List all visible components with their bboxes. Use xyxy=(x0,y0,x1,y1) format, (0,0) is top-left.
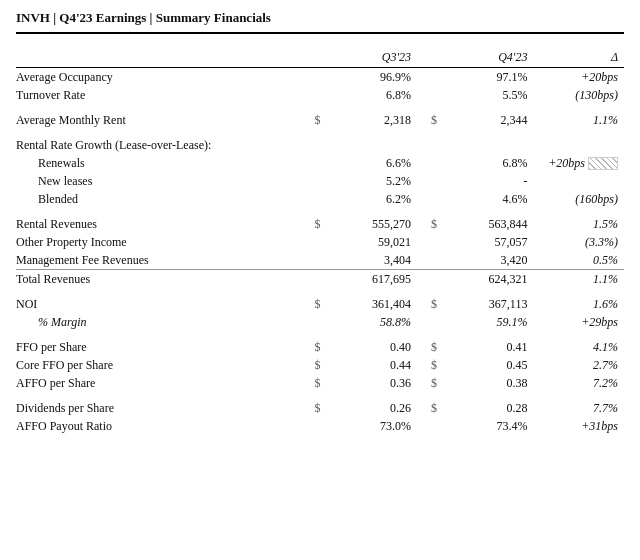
delta-other-property-income: (3.3%) xyxy=(533,233,624,251)
q4-mgmt-fee: 3,420 xyxy=(443,251,534,270)
label-total-revenues: Total Revenues xyxy=(16,270,288,289)
table-row-rental-revenues: Rental Revenues $ 555,270 $ 563,844 1.5% xyxy=(16,215,624,233)
label-dividends-per-share: Dividends per Share xyxy=(16,399,288,417)
page-title: INVH | Q4'23 Earnings | Summary Financia… xyxy=(16,10,271,25)
q3-affo-per-share: 0.36 xyxy=(326,374,417,392)
q4-turnover-rate: 5.5% xyxy=(443,86,534,104)
table-row-core-ffo-per-share: Core FFO per Share $ 0.44 $ 0.45 2.7% xyxy=(16,356,624,374)
q4-dividends-per-share: 0.28 xyxy=(443,399,534,417)
table-row-noi: NOI $ 361,404 $ 367,113 1.6% xyxy=(16,295,624,313)
table-row-noi-margin: % Margin 58.8% 59.1% +29bps xyxy=(16,313,624,331)
q3-other-property-income: 59,021 xyxy=(326,233,417,251)
label-turnover-rate: Turnover Rate xyxy=(16,86,288,104)
dollar-q4-noi-margin xyxy=(417,313,443,331)
q4-core-ffo-per-share: 0.45 xyxy=(443,356,534,374)
delta-rental-rate-growth xyxy=(533,136,624,154)
q4-rental-rate-growth xyxy=(443,136,534,154)
table-row-gap2 xyxy=(16,129,624,136)
delta-noi-margin: +29bps xyxy=(533,313,624,331)
table-row-avg-occupancy: Average Occupancy 96.9% 97.1% +20bps xyxy=(16,68,624,87)
q3-core-ffo-per-share: 0.44 xyxy=(326,356,417,374)
delta-dividends-per-share: 7.7% xyxy=(533,399,624,417)
q4-affo-per-share: 0.38 xyxy=(443,374,534,392)
dollar-q4-turnover-rate xyxy=(417,86,443,104)
table-row-gap1 xyxy=(16,104,624,111)
q4-avg-occupancy: 97.1% xyxy=(443,68,534,87)
q3-rental-rate-growth xyxy=(326,136,417,154)
dollar-q3-new-leases xyxy=(288,172,327,190)
delta-affo-per-share: 7.2% xyxy=(533,374,624,392)
dollar-q3-noi-margin xyxy=(288,313,327,331)
dollar-q3-ffo-per-share: $ xyxy=(288,338,327,356)
label-other-property-income: Other Property Income xyxy=(16,233,288,251)
q3-dividends-per-share: 0.26 xyxy=(326,399,417,417)
dollar-q3-turnover-rate xyxy=(288,86,327,104)
delta-noi: 1.6% xyxy=(533,295,624,313)
dollar-q3-rental-rate-growth xyxy=(288,136,327,154)
label-noi: NOI xyxy=(16,295,288,313)
q3-total-revenues: 617,695 xyxy=(326,270,417,289)
dollar-q3-rental-revenues: $ xyxy=(288,215,327,233)
table-row-new-leases: New leases 5.2% - xyxy=(16,172,624,190)
dollar-q3-affo-payout-ratio xyxy=(288,417,327,435)
q3-mgmt-fee: 3,404 xyxy=(326,251,417,270)
table-row-ffo-per-share: FFO per Share $ 0.40 $ 0.41 4.1% xyxy=(16,338,624,356)
delta-blended: (160bps) xyxy=(533,190,624,208)
dollar-q4-dividends-per-share: $ xyxy=(417,399,443,417)
label-avg-occupancy: Average Occupancy xyxy=(16,68,288,87)
dollar-q4-noi: $ xyxy=(417,295,443,313)
q3-rental-revenues: 555,270 xyxy=(326,215,417,233)
table-row-turnover-rate: Turnover Rate 6.8% 5.5% (130bps) xyxy=(16,86,624,104)
q3-noi: 361,404 xyxy=(326,295,417,313)
dollar-q4-rental-revenues: $ xyxy=(417,215,443,233)
table-row-gap3 xyxy=(16,208,624,215)
q4-noi-margin: 59.1% xyxy=(443,313,534,331)
q3-noi-margin: 58.8% xyxy=(326,313,417,331)
col-header-dollar-q3 xyxy=(288,48,327,68)
delta-affo-payout-ratio: +31bps xyxy=(533,417,624,435)
q4-affo-payout-ratio: 73.4% xyxy=(443,417,534,435)
dollar-q3-dividends-per-share: $ xyxy=(288,399,327,417)
label-renewals: Renewals xyxy=(16,154,288,172)
dollar-q4-new-leases xyxy=(417,172,443,190)
q3-affo-payout-ratio: 73.0% xyxy=(326,417,417,435)
dollar-q4-rental-rate-growth xyxy=(417,136,443,154)
dollar-q3-avg-occupancy xyxy=(288,68,327,87)
delta-mgmt-fee: 0.5% xyxy=(533,251,624,270)
dollar-q3-affo-per-share: $ xyxy=(288,374,327,392)
table-row-blended: Blended 6.2% 4.6% (160bps) xyxy=(16,190,624,208)
label-avg-monthly-rent: Average Monthly Rent xyxy=(16,111,288,129)
col-header-q4: Q4'23 xyxy=(443,48,534,68)
table-row-avg-monthly-rent: Average Monthly Rent $ 2,318 $ 2,344 1.1… xyxy=(16,111,624,129)
table-row-dividends-per-share: Dividends per Share $ 0.26 $ 0.28 7.7% xyxy=(16,399,624,417)
label-noi-margin: % Margin xyxy=(16,313,288,331)
dollar-q4-blended xyxy=(417,190,443,208)
delta-new-leases xyxy=(533,172,624,190)
table-row-affo-payout-ratio: AFFO Payout Ratio 73.0% 73.4% +31bps xyxy=(16,417,624,435)
table-row-gap5 xyxy=(16,331,624,338)
table-row-other-property-income: Other Property Income 59,021 57,057 (3.3… xyxy=(16,233,624,251)
dollar-q3-noi: $ xyxy=(288,295,327,313)
q3-ffo-per-share: 0.40 xyxy=(326,338,417,356)
label-core-ffo-per-share: Core FFO per Share xyxy=(16,356,288,374)
dollar-q4-core-ffo-per-share: $ xyxy=(417,356,443,374)
dollar-q3-avg-monthly-rent: $ xyxy=(288,111,327,129)
dollar-q3-total-revenues xyxy=(288,270,327,289)
table-row-renewals: Renewals 6.6% 6.8% +20bps xyxy=(16,154,624,172)
q4-rental-revenues: 563,844 xyxy=(443,215,534,233)
col-header-label xyxy=(16,48,288,68)
delta-avg-occupancy: +20bps xyxy=(533,68,624,87)
q4-other-property-income: 57,057 xyxy=(443,233,534,251)
dollar-q4-ffo-per-share: $ xyxy=(417,338,443,356)
q4-ffo-per-share: 0.41 xyxy=(443,338,534,356)
delta-core-ffo-per-share: 2.7% xyxy=(533,356,624,374)
dollar-q4-other-property-income xyxy=(417,233,443,251)
dollar-q4-avg-monthly-rent: $ xyxy=(417,111,443,129)
table-row-rental-rate-growth: Rental Rate Growth (Lease-over-Lease): xyxy=(16,136,624,154)
label-rental-rate-growth: Rental Rate Growth (Lease-over-Lease): xyxy=(16,136,288,154)
delta-rental-revenues: 1.5% xyxy=(533,215,624,233)
dollar-q4-mgmt-fee xyxy=(417,251,443,270)
q3-blended: 6.2% xyxy=(326,190,417,208)
delta-avg-monthly-rent: 1.1% xyxy=(533,111,624,129)
q4-total-revenues: 624,321 xyxy=(443,270,534,289)
